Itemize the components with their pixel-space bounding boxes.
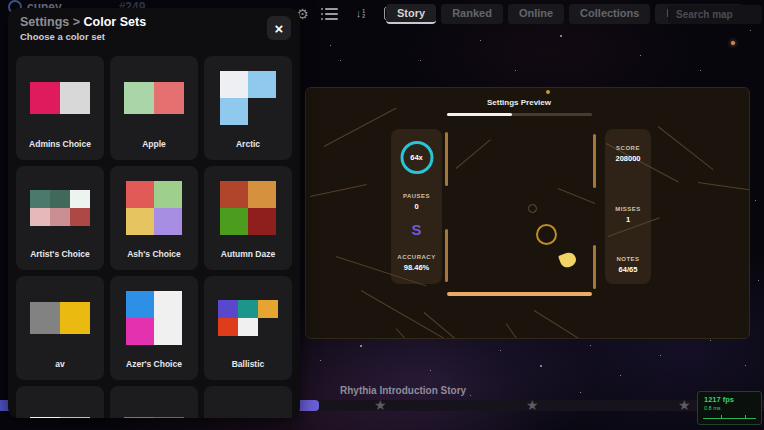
fps-panel: 1217 fps 0.8 ms — [697, 391, 762, 425]
tab-ranked[interactable]: Ranked — [441, 4, 503, 24]
color-panel-header: Settings > Color Sets Choose a color set… — [8, 8, 300, 46]
toolbar-icons: ⚙ ↓12 + — [294, 5, 398, 22]
color-set-tile[interactable] — [110, 386, 198, 418]
field-border-left-top — [445, 132, 448, 186]
breadcrumb-color-sets: Color Sets — [84, 15, 147, 29]
orange-star-dot — [731, 41, 735, 45]
pauses-label: PAUSES — [391, 193, 442, 199]
search-box — [668, 4, 762, 24]
breadcrumb-separator: > — [73, 15, 80, 29]
sort-icon-glyph: ↓12 — [356, 8, 365, 19]
misses-label: MISSES — [605, 206, 651, 212]
color-set-tile[interactable]: Ash's Choice — [110, 166, 198, 270]
fps-graph — [703, 414, 756, 419]
map-star-icon: ★ — [526, 397, 539, 413]
tab-collections[interactable]: Collections — [569, 4, 650, 24]
color-set-name: Ash's Choice — [127, 249, 181, 259]
note — [558, 251, 578, 270]
color-swatch — [30, 302, 90, 334]
field-border-right-bottom — [593, 245, 596, 289]
sort-numeric-icon[interactable]: ↓12 — [352, 5, 369, 22]
accuracy-value: 98.46% — [391, 263, 442, 272]
color-set-grid: Admins ChoiceAppleArcticArtist's ChoiceA… — [12, 52, 296, 418]
color-swatch — [218, 300, 278, 336]
color-swatch — [124, 82, 184, 114]
color-sets-panel: Settings > Color Sets Choose a color set… — [8, 8, 300, 418]
search-input[interactable] — [668, 5, 762, 24]
color-swatch — [126, 181, 182, 235]
field-border-left-bottom — [445, 229, 448, 282]
map-star-icon: ★ — [678, 397, 691, 413]
accuracy-label: ACCURACY — [391, 254, 442, 260]
tab-online[interactable]: Online — [508, 4, 564, 24]
field-border-right-top — [593, 134, 596, 188]
breadcrumb: Settings > Color Sets — [20, 15, 288, 29]
color-set-tile[interactable]: Apple — [110, 56, 198, 160]
color-set-tile[interactable] — [16, 386, 104, 418]
color-set-tile[interactable] — [204, 386, 292, 418]
color-set-name: Arctic — [236, 139, 260, 149]
score-value: 208000 — [605, 154, 651, 163]
color-set-name: Autumn Daze — [221, 249, 275, 259]
close-button[interactable]: × — [267, 16, 291, 40]
color-set-tile[interactable]: Ballistic — [204, 276, 292, 380]
grade-letter: S — [391, 221, 442, 238]
color-set-tile[interactable]: av — [16, 276, 104, 380]
color-set-name: Apple — [142, 139, 166, 149]
notes-value: 64/65 — [605, 265, 651, 274]
combo-value: 64x — [410, 153, 423, 162]
color-set-tile[interactable]: Admins Choice — [16, 56, 104, 160]
color-set-tile[interactable]: Artist's Choice — [16, 166, 104, 270]
cursor-ring — [536, 224, 557, 245]
color-set-name: Admins Choice — [29, 139, 91, 149]
preview-title: Settings Preview — [306, 98, 732, 107]
fps-value: 1217 fps — [704, 395, 755, 404]
panel-subtitle: Choose a color set — [20, 31, 288, 42]
field-border-bottom — [447, 292, 592, 296]
color-swatch — [124, 417, 184, 419]
color-set-tile[interactable]: Autumn Daze — [204, 166, 292, 270]
color-set-name: Ballistic — [232, 359, 265, 369]
pauses-value: 0 — [391, 202, 442, 211]
right-stats-panel: SCORE 208000 MISSES 1 NOTES 64/65 — [605, 129, 651, 284]
left-stats-panel: 64x PAUSES 0 S ACCURACY 98.46% — [391, 129, 442, 284]
color-set-tile[interactable]: Arctic — [204, 56, 292, 160]
frame-time-value: 0.8 ms — [704, 405, 755, 411]
tab-story[interactable]: Story — [386, 4, 436, 24]
settings-preview-panel: Settings Preview 64x PAUSES 0 S ACCURACY… — [305, 87, 750, 339]
misses-value: 1 — [605, 215, 651, 224]
preview-progress-fill — [447, 113, 512, 116]
color-swatch — [30, 190, 90, 226]
score-label: SCORE — [605, 145, 651, 151]
breadcrumb-settings[interactable]: Settings — [20, 15, 69, 29]
color-swatch — [30, 417, 90, 419]
combo-ring: 64x — [400, 141, 433, 174]
song-title: Rhythia Introduction Story — [340, 385, 466, 396]
approach-circle — [528, 204, 537, 213]
color-swatch — [126, 291, 182, 345]
color-swatch — [30, 82, 90, 114]
timeline-marker-dot — [546, 90, 550, 94]
color-set-name: Azer's Choice — [126, 359, 182, 369]
color-set-name: av — [55, 359, 64, 369]
map-star-icon: ★ — [374, 397, 387, 413]
notes-label: NOTES — [605, 256, 651, 262]
color-set-name: Artist's Choice — [30, 249, 90, 259]
color-swatch — [220, 181, 276, 235]
color-swatch — [220, 71, 276, 125]
preview-progress-bar — [447, 113, 592, 116]
color-set-tile[interactable]: Azer's Choice — [110, 276, 198, 380]
close-icon: × — [275, 20, 284, 37]
list-icon[interactable] — [323, 5, 340, 22]
list-icon-glyph — [325, 8, 338, 20]
